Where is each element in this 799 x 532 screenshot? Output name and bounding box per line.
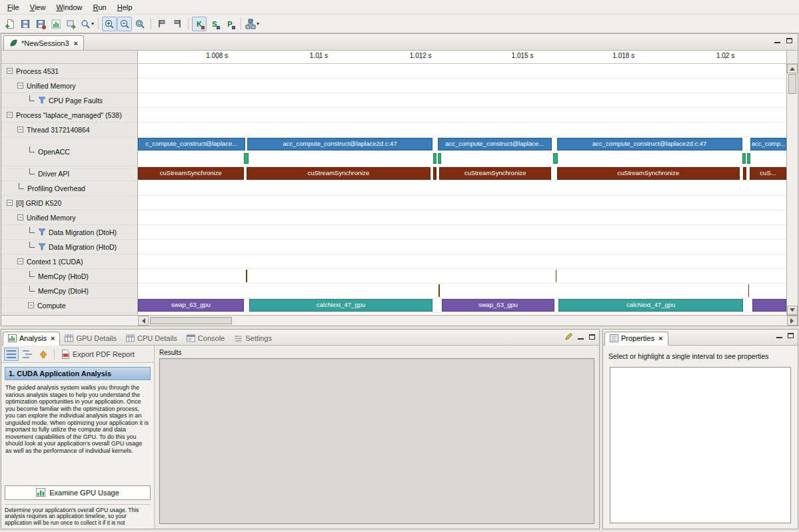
timeline-bar[interactable] [244,153,249,164]
timeline-vertical-scrollbar[interactable] [786,64,798,315]
timeline-chart[interactable]: c_compute_construct@laplace...acc_comput… [138,64,786,315]
timeline-bar[interactable]: c_compute_construct@laplace... [138,138,245,150]
tree-row[interactable]: −Context 1 (CUDA) [1,254,137,269]
tab-close-icon[interactable]: × [74,39,78,47]
timeline-bar[interactable] [438,284,440,297]
timeline-bar[interactable]: acc_comp... [750,138,786,150]
maximize-icon[interactable] [788,333,794,338]
scroll-up-button[interactable] [787,64,798,73]
timeline-bar[interactable] [246,270,247,282]
export-pdf-button[interactable]: Export PDF Report [58,350,138,359]
tab-analysis[interactable]: Analysis × [3,332,60,346]
maximize-icon[interactable] [589,334,595,340]
timeline-bar[interactable]: swap_63_gpu [442,299,554,312]
process-mode-button[interactable]: P [223,17,237,31]
tree-row[interactable]: Data Migration (HtoD) [1,240,137,254]
new-session-button[interactable] [3,17,17,31]
minimize-icon[interactable] [578,334,584,340]
next-range-button[interactable] [170,17,185,31]
scroll-right-button[interactable] [787,316,798,326]
tree-row[interactable]: Data Migration (DtoH) [1,225,137,240]
timeline-bar[interactable] [748,284,750,297]
minimize-icon[interactable] [776,333,782,338]
collapse-icon[interactable]: − [7,200,13,206]
horizontal-scroll-thumb[interactable] [150,317,232,324]
menu-window[interactable]: Window [51,1,87,13]
minimize-icon[interactable] [774,38,780,43]
maximize-icon[interactable] [786,38,792,43]
timeline-bar[interactable] [438,153,441,164]
tree-row[interactable]: CPU Page Faults [1,93,137,108]
collapse-icon[interactable]: − [17,127,23,133]
tab-settings[interactable]: Settings [229,332,277,345]
timeline-bar[interactable]: acc_compute_construct@laplace2d.c:47 [557,138,742,150]
scroll-down-button[interactable] [787,306,798,315]
guided-analysis-button[interactable] [4,348,19,361]
filter-icon[interactable] [38,228,46,236]
menu-file[interactable]: File [2,1,25,13]
menu-view[interactable]: View [25,1,51,13]
timeline-bar[interactable]: acc_compute_construct@laplace2d.c:47 [247,138,432,150]
collapse-icon[interactable]: − [17,214,23,220]
tree-row[interactable]: MemCpy (DtoH) [1,284,137,298]
collapse-icon[interactable]: − [17,83,23,89]
menu-help[interactable]: Help [112,1,138,13]
prev-range-button[interactable] [155,17,169,31]
profile-application-button[interactable] [49,17,63,31]
tab-gpu-details[interactable]: GPU Details [60,332,121,345]
zoom-out-button[interactable] [117,17,132,31]
timeline-bar[interactable]: calcNext_47_gpu [558,299,742,312]
tab-close-icon[interactable]: × [51,334,55,342]
tree-row[interactable]: −Process 4531 [1,64,137,79]
timeline-bar[interactable]: swap_63_gpu [138,299,244,312]
timeline-bar[interactable]: cuStreamSynchronize [247,167,430,180]
tree-row[interactable]: Profiling Overhead [1,181,137,196]
tree-row[interactable]: −[0] GRID K520 [1,196,137,210]
filter-icon[interactable] [38,97,46,104]
timeline-bar[interactable]: cuStreamSynchronize [138,167,244,180]
timeline-bar[interactable]: cuStreamSynchronize [557,167,740,180]
unguided-analysis-button[interactable] [20,348,35,361]
timeline-bar[interactable] [742,153,746,164]
session-tab[interactable]: *NewSession3 × [3,35,84,50]
scroll-left-button[interactable] [138,316,149,326]
timeline-bar[interactable] [556,270,557,282]
timeline-bar[interactable] [553,153,558,164]
tree-row[interactable]: −Unified Memory [1,210,137,225]
tab-cpu-details[interactable]: CPU Details [121,332,182,345]
collapse-icon[interactable]: − [17,258,23,264]
tree-row[interactable]: MemCpy (HtoD) [1,269,137,284]
timeline-bar[interactable] [743,167,746,180]
timeline-bar[interactable] [747,153,750,164]
tab-properties[interactable]: Properties × [604,332,668,346]
filter-icon[interactable] [38,243,46,250]
timeline-bar[interactable]: cuStreamSynchronize [439,167,550,180]
save-timeline-button[interactable] [33,17,48,31]
promote-stage-button[interactable] [36,348,51,361]
timeline-ruler[interactable]: 1.008 s1.01 s1.012 s1.015 s1.018 s1.02 s [138,51,786,63]
timeline-bar[interactable] [433,153,436,164]
collapse-icon[interactable]: − [7,68,13,74]
stream-mode-button[interactable]: S [207,17,222,31]
tree-row[interactable]: −Compute [1,298,137,313]
examine-gpu-usage-button[interactable]: Examine GPU Usage [5,485,151,500]
timeline-bar[interactable]: calcNext_47_gpu [249,299,432,312]
kernel-mode-button[interactable]: K [192,17,207,31]
timeline-bar[interactable]: acc_compute_construct@laplace... [438,138,552,150]
zoom-in-button[interactable] [102,17,117,31]
tree-row[interactable]: −Thread 3172140864 [1,123,137,137]
export-button[interactable] [64,17,79,31]
collapse-icon[interactable]: − [28,302,34,308]
analysis-mode-dropdown-button[interactable]: ▾ [245,17,260,31]
tree-row[interactable]: −Process "laplace_managed" (538) [1,108,137,123]
vertical-scroll-thumb[interactable] [788,74,796,94]
run-analysis-dropdown-button[interactable]: ▾ [79,17,95,31]
timeline-bar[interactable]: cuS... [750,167,786,180]
tab-console[interactable]: Console [182,332,229,345]
view-menu-icon[interactable] [564,333,572,341]
tab-close-icon[interactable]: × [658,334,662,342]
timeline-bar[interactable] [752,299,786,312]
save-session-button[interactable] [18,17,33,31]
zoom-fit-button[interactable] [133,17,147,31]
tree-row[interactable]: Driver API [1,166,137,181]
